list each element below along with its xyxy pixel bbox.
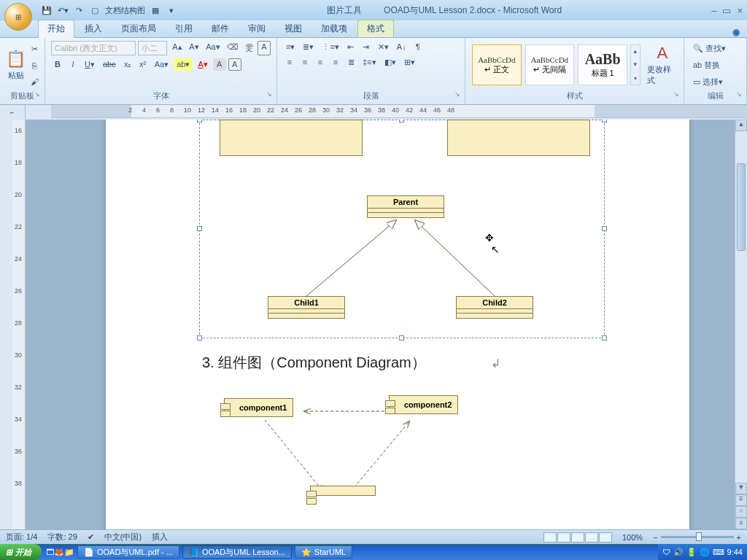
find-button[interactable]: 🔍 查找▾ bbox=[690, 42, 729, 55]
char-border-icon[interactable]: A bbox=[228, 58, 241, 71]
task-button[interactable]: 📄 OOAD与UML.pdf - ... bbox=[77, 545, 179, 559]
prev-page-icon[interactable]: ∓ bbox=[735, 494, 747, 506]
start-button[interactable]: ⊞ 开始 bbox=[0, 544, 42, 560]
tab-selector[interactable]: ⌐ bbox=[0, 105, 26, 120]
dec-indent-icon[interactable]: ⇤ bbox=[344, 41, 357, 53]
bold-button[interactable]: B bbox=[51, 58, 64, 71]
paste-label[interactable]: 粘贴 bbox=[8, 70, 24, 81]
minimize-button[interactable]: – bbox=[711, 5, 716, 16]
tab-layout[interactable]: 页面布局 bbox=[112, 20, 165, 37]
ruler-horizontal[interactable]: 2468101214161820222426283032343638404244… bbox=[51, 105, 747, 118]
tray-icon[interactable]: 🔋 bbox=[686, 548, 697, 557]
tab-insert[interactable]: 插入 bbox=[76, 20, 111, 37]
tray-icon[interactable]: 🛡 bbox=[662, 548, 670, 556]
asian-layout-icon[interactable]: ✕▾ bbox=[375, 41, 392, 53]
replace-button[interactable]: ab 替换 bbox=[690, 58, 723, 72]
line-spacing-icon[interactable]: ‡≡▾ bbox=[360, 56, 379, 69]
tab-review[interactable]: 审阅 bbox=[239, 20, 274, 37]
tab-addins[interactable]: 加载项 bbox=[312, 20, 356, 37]
qat-dropdown-icon[interactable]: ▾ bbox=[166, 4, 177, 16]
system-tray[interactable]: 🛡 🔊 🔋 🌐 ⌨ 9:44 bbox=[658, 544, 747, 560]
scroll-up-icon[interactable]: ▲ bbox=[735, 120, 747, 131]
copy-icon[interactable]: ⎘ bbox=[28, 60, 42, 71]
status-words[interactable]: 字数: 29 bbox=[47, 532, 77, 542]
font-name-combo[interactable]: Calibri (西文正文) bbox=[51, 41, 136, 55]
superscript-button[interactable]: x² bbox=[136, 58, 150, 71]
vertical-scrollbar[interactable]: ▲ ▼ ∓ ○ ± bbox=[735, 120, 747, 529]
enclose-icon[interactable]: A bbox=[258, 41, 271, 55]
tray-icon[interactable]: ⌨ bbox=[713, 548, 724, 557]
format-painter-icon[interactable]: 🖌 bbox=[28, 76, 42, 88]
qat-item[interactable]: ▢ bbox=[89, 4, 101, 16]
quick-launch-icon[interactable]: 📁 bbox=[64, 548, 74, 557]
ruler-vertical[interactable]: 161820222426283032343638 bbox=[12, 120, 26, 529]
bullets-icon[interactable]: ≡▾ bbox=[283, 41, 298, 53]
justify-icon[interactable]: ≡ bbox=[329, 56, 342, 69]
scroll-thumb[interactable] bbox=[737, 163, 746, 251]
qat-item-icon[interactable]: ▦ bbox=[150, 4, 161, 16]
font-size-combo[interactable]: 小二 bbox=[138, 41, 167, 55]
redo-icon[interactable]: ↷ bbox=[73, 4, 85, 16]
browse-object-icon[interactable]: ○ bbox=[735, 506, 747, 518]
status-mode[interactable]: 插入 bbox=[152, 532, 168, 542]
proofing-icon[interactable]: ✔ bbox=[88, 532, 94, 542]
quick-launch-icon[interactable]: 🗔 bbox=[46, 548, 54, 556]
tab-home[interactable]: 开始 bbox=[38, 20, 74, 38]
help-icon[interactable]: ◉ bbox=[732, 27, 747, 37]
subscript-button[interactable]: x₂ bbox=[121, 58, 134, 71]
status-lang[interactable]: 中文(中国) bbox=[104, 532, 142, 542]
show-marks-icon[interactable]: ¶ bbox=[411, 41, 425, 53]
inc-indent-icon[interactable]: ⇥ bbox=[360, 41, 373, 53]
paste-icon[interactable]: 📋 bbox=[6, 50, 26, 69]
text-effects-icon[interactable]: Aa▾ bbox=[152, 58, 171, 71]
align-left-icon[interactable]: ≡ bbox=[283, 56, 296, 69]
status-page[interactable]: 页面: 1/4 bbox=[6, 532, 37, 542]
quick-launch-icon[interactable]: 🦊 bbox=[54, 548, 64, 557]
shrink-font-icon[interactable]: A▾ bbox=[186, 41, 201, 55]
doc-map-label[interactable]: 文档结构图 bbox=[105, 4, 145, 16]
style-normal[interactable]: AaBbCcDd ↵ 正文 bbox=[472, 44, 522, 85]
distributed-icon[interactable]: ≣ bbox=[344, 56, 357, 69]
zoom-level[interactable]: 100% bbox=[622, 533, 643, 542]
change-case-icon[interactable]: Aa▾ bbox=[203, 41, 221, 55]
tray-clock[interactable]: 9:44 bbox=[727, 548, 743, 556]
char-shading-icon[interactable]: A bbox=[213, 58, 226, 71]
tray-icon[interactable]: 🌐 bbox=[700, 548, 710, 557]
multilevel-icon[interactable]: ⋮≡▾ bbox=[319, 41, 341, 53]
phonetic-icon[interactable]: 雯 bbox=[242, 41, 255, 55]
numbering-icon[interactable]: ≣▾ bbox=[300, 41, 317, 53]
shading-icon[interactable]: ◧▾ bbox=[382, 56, 399, 69]
select-button[interactable]: ▭ 选择▾ bbox=[690, 75, 726, 89]
tab-mailings[interactable]: 邮件 bbox=[203, 20, 238, 37]
clear-format-icon[interactable]: ⌫ bbox=[224, 41, 240, 55]
next-page-icon[interactable]: ± bbox=[735, 518, 747, 529]
maximize-button[interactable]: ▭ bbox=[722, 5, 731, 16]
strike-button[interactable]: abc bbox=[100, 58, 119, 71]
align-center-icon[interactable]: ≡ bbox=[298, 56, 311, 69]
change-styles-button[interactable]: A 更改样式 bbox=[647, 44, 678, 86]
save-icon[interactable]: 💾 bbox=[41, 4, 53, 16]
sort-icon[interactable]: A↓ bbox=[394, 41, 409, 53]
grow-font-icon[interactable]: A▴ bbox=[169, 41, 184, 55]
tab-format[interactable]: 格式 bbox=[357, 20, 394, 37]
tab-references[interactable]: 引用 bbox=[166, 20, 201, 37]
font-color-icon[interactable]: A▾ bbox=[195, 58, 210, 71]
scroll-down-icon[interactable]: ▼ bbox=[735, 483, 747, 494]
tray-icon[interactable]: 🔊 bbox=[673, 548, 684, 557]
cut-icon[interactable]: ✂ bbox=[28, 43, 42, 55]
document-area[interactable]: Parent Child1 Child2 bbox=[26, 120, 747, 529]
tab-view[interactable]: 视图 bbox=[276, 20, 311, 37]
zoom-slider[interactable]: −+ bbox=[653, 533, 741, 542]
style-gallery-scroll[interactable]: ▲▼▾ bbox=[630, 44, 640, 85]
close-button[interactable]: × bbox=[737, 5, 743, 16]
style-heading1[interactable]: AaBb 标题 1 bbox=[578, 44, 627, 85]
view-buttons[interactable] bbox=[543, 532, 612, 542]
task-button[interactable]: ⭐ StarUML bbox=[295, 545, 352, 559]
task-button[interactable]: 📘 OOAD与UML Lesson... bbox=[182, 545, 292, 559]
underline-button[interactable]: U▾ bbox=[82, 58, 98, 71]
style-nospace[interactable]: AaBbCcDd ↵ 无间隔 bbox=[525, 44, 575, 85]
italic-button[interactable]: I bbox=[66, 58, 80, 71]
undo-icon[interactable]: ↶▾ bbox=[57, 4, 69, 16]
office-button[interactable]: ⊞ bbox=[4, 3, 32, 31]
highlight-icon[interactable]: ab▾ bbox=[174, 58, 193, 71]
